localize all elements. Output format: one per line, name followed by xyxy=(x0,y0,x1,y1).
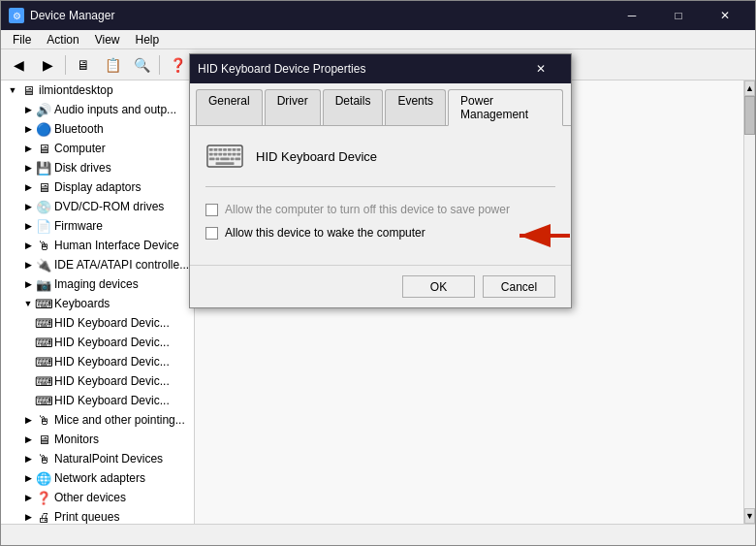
naturalpoint-icon: 🖱 xyxy=(36,451,51,466)
mice-label: Mice and other pointing... xyxy=(54,413,185,427)
svg-rect-5 xyxy=(228,148,232,151)
back-button[interactable]: ◀ xyxy=(5,52,32,78)
audio-icon: 🔊 xyxy=(36,102,51,117)
svg-rect-11 xyxy=(223,153,227,156)
tree-item-firmware[interactable]: ▶ 📄 Firmware xyxy=(1,216,194,236)
bluetooth-icon: 🔵 xyxy=(36,121,51,137)
disk-icon: 💾 xyxy=(36,160,51,176)
tree-item-kbd1[interactable]: ⌨ HID Keyboard Devic... xyxy=(1,313,194,333)
tree-item-network[interactable]: ▶ 🌐 Network adapters xyxy=(1,468,194,488)
kbd4-icon: ⌨ xyxy=(36,373,51,389)
tree-item-bluetooth[interactable]: ▶ 🔵 Bluetooth xyxy=(1,119,194,139)
svg-rect-18 xyxy=(231,157,235,160)
tree-item-audio[interactable]: ▶ 🔊 Audio inputs and outp... xyxy=(1,100,194,119)
tree-item-kbd2[interactable]: ⌨ HID Keyboard Devic... xyxy=(1,333,194,352)
search-button[interactable]: 🔍 xyxy=(128,52,155,78)
other-label: Other devices xyxy=(54,491,126,504)
main-scrollbar[interactable]: ▲ ▼ xyxy=(743,80,755,524)
svg-rect-8 xyxy=(209,153,213,156)
tree-item-ide[interactable]: ▶ 🔌 IDE ATA/ATAPI controlle... xyxy=(1,255,194,274)
disk-expand-icon: ▶ xyxy=(20,160,36,176)
display-expand-icon: ▶ xyxy=(20,179,36,195)
kbd3-label: HID Keyboard Devic... xyxy=(54,355,170,369)
tree-item-hid[interactable]: ▶ 🖱 Human Interface Device xyxy=(1,236,194,255)
tree-item-imaging[interactable]: ▶ 📷 Imaging devices xyxy=(1,274,194,294)
pq-expand-icon: ▶ xyxy=(20,509,36,524)
close-button[interactable]: ✕ xyxy=(703,1,747,30)
firmware-expand-icon: ▶ xyxy=(20,218,36,234)
root-expand-icon: ▼ xyxy=(5,82,20,98)
maximize-button[interactable]: □ xyxy=(656,1,701,30)
tab-details[interactable]: Details xyxy=(323,89,384,125)
tree-item-computer[interactable]: ▶ 🖥 Computer xyxy=(1,139,194,158)
display-label: Display adaptors xyxy=(54,180,141,194)
pq-icon: 🖨 xyxy=(36,509,51,524)
tree-item-keyboards[interactable]: ▼ ⌨ Keyboards xyxy=(1,294,194,313)
properties-button[interactable]: 📋 xyxy=(99,52,126,78)
scroll-track[interactable] xyxy=(744,96,755,508)
tree-item-print-queues[interactable]: ▶ 🖨 Print queues xyxy=(1,507,194,524)
menu-help[interactable]: Help xyxy=(128,31,168,48)
monitors-icon: 🖥 xyxy=(36,432,51,447)
svg-rect-1 xyxy=(209,148,213,151)
tree-item-kbd5[interactable]: ⌨ HID Keyboard Devic... xyxy=(1,391,194,410)
dialog-footer: OK Cancel xyxy=(190,265,571,307)
dvd-expand-icon: ▶ xyxy=(20,199,36,214)
tab-driver[interactable]: Driver xyxy=(265,89,321,125)
scroll-thumb[interactable] xyxy=(744,96,755,135)
tree-item-dvd[interactable]: ▶ 💿 DVD/CD-ROM drives xyxy=(1,197,194,216)
cancel-button[interactable]: Cancel xyxy=(483,275,555,298)
tab-general[interactable]: General xyxy=(196,89,263,125)
scroll-up-button[interactable]: ▲ xyxy=(744,80,755,96)
dialog-content: HID Keyboard Device Allow the computer t… xyxy=(190,126,571,265)
tree-root[interactable]: ▼ 🖥 ilmiontdesktop xyxy=(1,80,194,100)
tree-item-disk[interactable]: ▶ 💾 Disk drives xyxy=(1,158,194,177)
tab-events[interactable]: Events xyxy=(385,89,446,125)
kbd4-label: HID Keyboard Devic... xyxy=(54,374,170,388)
dialog-close-button[interactable]: ✕ xyxy=(519,54,563,83)
tree-item-kbd3[interactable]: ⌨ HID Keyboard Devic... xyxy=(1,352,194,371)
firmware-icon: 📄 xyxy=(36,218,51,234)
kbd2-label: HID Keyboard Devic... xyxy=(54,336,170,349)
tree-item-other[interactable]: ▶ ❓ Other devices xyxy=(1,488,194,507)
checkbox-wake[interactable] xyxy=(205,227,218,240)
hid-label: Human Interface Device xyxy=(54,239,179,252)
mice-expand-icon: ▶ xyxy=(20,412,36,428)
kbd3-icon: ⌨ xyxy=(36,354,51,369)
toolbar-separator-1 xyxy=(65,55,66,75)
computer-button[interactable]: 🖥 xyxy=(70,52,97,78)
imaging-expand-icon: ▶ xyxy=(20,276,36,292)
forward-button[interactable]: ▶ xyxy=(34,52,61,78)
dialog-title-bar: HID Keyboard Device Properties ✕ xyxy=(190,54,571,83)
checkbox-turn-off[interactable] xyxy=(205,204,218,216)
firmware-label: Firmware xyxy=(54,219,103,233)
tree-item-display[interactable]: ▶ 🖥 Display adaptors xyxy=(1,177,194,197)
red-arrow-indicator xyxy=(512,222,575,249)
help-button[interactable]: ❓ xyxy=(164,52,191,78)
menu-view[interactable]: View xyxy=(87,31,128,48)
svg-rect-12 xyxy=(228,153,232,156)
checkbox-row-2[interactable]: Allow this device to wake the computer xyxy=(205,226,555,240)
menu-action[interactable]: Action xyxy=(39,31,86,48)
tree-item-kbd4[interactable]: ⌨ HID Keyboard Devic... xyxy=(1,371,194,391)
kbd1-icon: ⌨ xyxy=(36,315,51,331)
naturalpoint-expand-icon: ▶ xyxy=(20,451,36,466)
device-tree[interactable]: ▼ 🖥 ilmiontdesktop ▶ 🔊 Audio inputs and … xyxy=(1,80,195,524)
minimize-button[interactable]: ─ xyxy=(610,1,654,30)
dvd-icon: 💿 xyxy=(36,199,51,214)
tree-item-monitors[interactable]: ▶ 🖥 Monitors xyxy=(1,430,194,449)
root-label: ilmiontdesktop xyxy=(39,83,113,97)
checkbox-row-1[interactable]: Allow the computer to turn off this devi… xyxy=(205,203,555,216)
tree-item-naturalpoint[interactable]: ▶ 🖱 NaturalPoint Devices xyxy=(1,449,194,468)
pq-label: Print queues xyxy=(54,510,119,524)
keyboards-label: Keyboards xyxy=(54,297,110,310)
computer-expand-icon: ▶ xyxy=(20,141,36,156)
tree-item-mice[interactable]: ▶ 🖱 Mice and other pointing... xyxy=(1,410,194,430)
scroll-down-button[interactable]: ▼ xyxy=(744,508,755,524)
ide-label: IDE ATA/ATAPI controlle... xyxy=(54,258,189,272)
ok-button[interactable]: OK xyxy=(402,275,475,298)
naturalpoint-label: NaturalPoint Devices xyxy=(54,452,163,466)
svg-rect-10 xyxy=(218,153,222,156)
menu-file[interactable]: File xyxy=(5,31,39,48)
tab-power-management[interactable]: Power Management xyxy=(448,89,563,126)
